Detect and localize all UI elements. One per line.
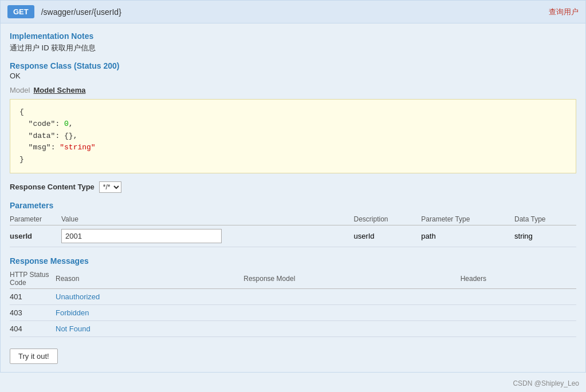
col-data-type: Data Type (514, 213, 576, 225)
table-row: 403 Forbidden (10, 304, 576, 320)
userid-input[interactable] (61, 229, 222, 243)
json-line2: "code": 0, (19, 118, 567, 130)
page-wrapper: GET /swagger/user/{userId} 查询用户 Implemen… (0, 0, 586, 392)
model-404 (243, 320, 460, 336)
api-panel: GET /swagger/user/{userId} 查询用户 Implemen… (0, 0, 586, 373)
param-name: userId (10, 225, 61, 247)
implementation-notes-description: 通过用户 ID 获取用户信息 (10, 43, 576, 53)
status-404: 404 (10, 320, 56, 336)
col-reason: Reason (56, 269, 243, 289)
param-type: path (421, 225, 514, 247)
col-parameter-type: Parameter Type (421, 213, 514, 225)
reason-forbidden: Forbidden (56, 304, 243, 320)
rct-label: Response Content Type (10, 183, 95, 191)
headers-401 (461, 288, 576, 304)
json-line5: } (19, 154, 567, 166)
col-headers: Headers (461, 269, 576, 289)
json-line1: { (19, 106, 567, 118)
response-class-title: Response Class (Status 200) (10, 61, 576, 70)
reason-unauthorized: Unauthorized (56, 288, 243, 304)
tab-model[interactable]: Model (10, 85, 33, 97)
json-line3: "data": {}, (19, 130, 567, 142)
status-ok: OK (10, 72, 576, 80)
parameters-section: Parameters Parameter Value Description P… (10, 201, 576, 247)
implementation-notes-section: Implementation Notes 通过用户 ID 获取用户信息 (10, 31, 576, 53)
tab-row: Model Model Schema (10, 85, 576, 97)
headers-403 (461, 304, 576, 320)
response-class-section: Response Class (Status 200) OK (10, 61, 576, 80)
model-401 (243, 288, 460, 304)
watermark: CSDN @Shipley_Leo (513, 379, 579, 387)
param-value-cell (61, 225, 353, 247)
headers-404 (461, 320, 576, 336)
col-description: Description (353, 213, 421, 225)
reason-notfound: Not Found (56, 320, 243, 336)
col-parameter: Parameter (10, 213, 61, 225)
response-content-type-row: Response Content Type */* (10, 181, 576, 193)
parameters-title: Parameters (10, 201, 576, 210)
response-messages-section: Response Messages HTTP Status Code Reaso… (10, 256, 576, 337)
method-badge: GET (7, 5, 34, 18)
tab-model-schema[interactable]: Model Schema (33, 85, 89, 97)
table-row: 404 Not Found (10, 320, 576, 336)
endpoint-path: /swagger/user/{userId} (41, 7, 549, 17)
model-403 (243, 304, 460, 320)
response-messages-table: HTTP Status Code Reason Response Model H… (10, 269, 576, 337)
header-bar: GET /swagger/user/{userId} 查询用户 (1, 1, 585, 23)
col-response-model: Response Model (243, 269, 460, 289)
col-value: Value (61, 213, 353, 225)
rct-select[interactable]: */* (99, 181, 121, 193)
implementation-notes-title: Implementation Notes (10, 31, 576, 41)
status-401: 401 (10, 288, 56, 304)
query-link[interactable]: 查询用户 (549, 7, 579, 17)
json-schema-box: { "code": 0, "data": {}, "msg": "string"… (10, 99, 576, 173)
table-row: 401 Unauthorized (10, 288, 576, 304)
content-area: Implementation Notes 通过用户 ID 获取用户信息 Resp… (1, 23, 585, 372)
status-403: 403 (10, 304, 56, 320)
response-messages-title: Response Messages (10, 256, 576, 266)
parameters-table: Parameter Value Description Parameter Ty… (10, 213, 576, 247)
param-description: userId (353, 225, 421, 247)
param-data-type: string (514, 225, 576, 247)
try-it-out-button[interactable]: Try it out! (10, 349, 58, 364)
table-row: userId userId path string (10, 225, 576, 247)
col-http-status: HTTP Status Code (10, 269, 56, 289)
json-line4: "msg": "string" (19, 142, 567, 154)
